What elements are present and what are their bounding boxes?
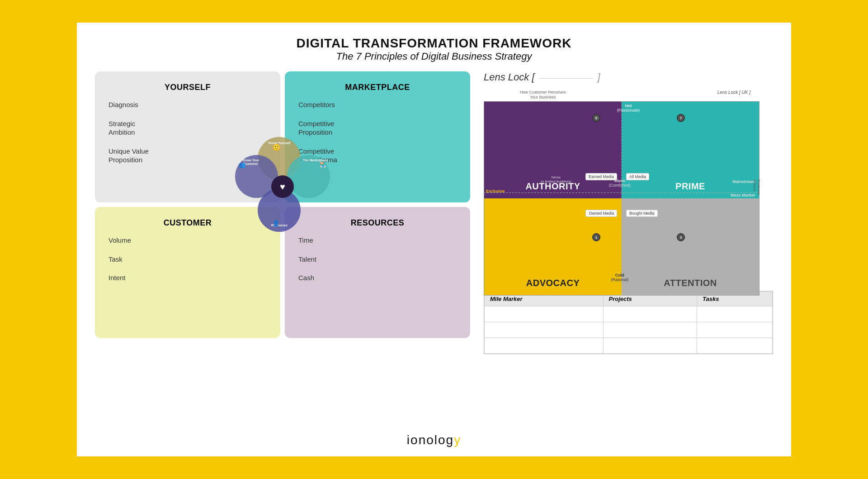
page-subtitle: The 7 Principles of Digital Business Str… xyxy=(95,51,773,62)
customer-item-3: Intent xyxy=(108,273,267,282)
mile-marker-table: Mile Marker Projects Tasks xyxy=(484,291,773,354)
table-row-2 xyxy=(485,322,773,338)
dot-7: 7 xyxy=(677,114,685,122)
dot-1: 1 xyxy=(592,233,600,241)
prime-label: PRIME xyxy=(675,181,705,192)
q-prime: PRIME All Media xyxy=(622,102,759,198)
q-advocacy: ADVOCACY Owned Media xyxy=(484,198,622,295)
marketplace-title: MARKETPLACE xyxy=(298,83,457,92)
table-row-3 xyxy=(485,338,773,354)
table-body xyxy=(485,306,773,354)
marketplace-item-2: CompetitiveProposition xyxy=(298,119,457,137)
marketplace-item-1: Competitors xyxy=(298,100,457,109)
venn-label-resources: Resources xyxy=(266,224,293,227)
mainstream-label: Mainstream xyxy=(732,179,755,184)
right-panel: Lens Lock [ ] How Customer PerceivesYour… xyxy=(484,71,773,428)
customer-item-1: Volume xyxy=(108,236,267,245)
projects-cell-2 xyxy=(603,322,697,338)
q-authority: AUTHORITY Earned Media xyxy=(484,102,622,198)
owned-media-badge: Owned Media xyxy=(585,210,617,217)
content-area: YOURSELF Diagnosis StrategicAmbition Uni… xyxy=(95,71,773,428)
customer-volume-label: CustomerVolume xyxy=(753,179,761,195)
projects-cell-3 xyxy=(603,338,697,354)
dot-5: 5 xyxy=(592,114,600,122)
cold-label: Cold(Rational) xyxy=(611,273,628,282)
venn-icon-yourself: 🙂 xyxy=(273,144,280,151)
mile-cell-3 xyxy=(485,338,604,354)
page-title: DIGITAL TRANSFORMATION FRAMEWORK xyxy=(95,36,773,51)
venn-diagram: Know Yourself The Marketplace Know Your … xyxy=(235,137,330,232)
mile-cell-1 xyxy=(485,306,604,322)
attention-label: ATTENTION xyxy=(664,278,717,288)
warm-label: Warm(Comforted) xyxy=(609,178,631,188)
table: Mile Marker Projects Tasks xyxy=(484,291,773,354)
hot-label: Hot(Passionate) xyxy=(617,103,640,113)
venn-icon-customer: 👥 xyxy=(239,162,245,168)
lens-lock-uk-label: Lens Lock [ UK ] xyxy=(717,90,750,95)
header: DIGITAL TRANSFORMATION FRAMEWORK The 7 P… xyxy=(95,36,773,62)
resources-item-1: Time xyxy=(298,236,457,245)
yourself-item-2: StrategicAmbition xyxy=(108,119,267,137)
how-customer-label: How Customer PerceivesYour Business xyxy=(520,90,566,100)
q-attention: ATTENTION Bought Media xyxy=(622,198,759,295)
venn-icon-resources: 👤 xyxy=(273,220,279,226)
lens-lock-header-area: Lens Lock [ ] xyxy=(484,71,773,83)
mile-cell-2 xyxy=(485,322,604,338)
niche-label: Nicheor limited Audience xyxy=(541,175,571,183)
tasks-cell-3 xyxy=(697,338,773,354)
exclusive-label: Exclusive xyxy=(486,189,505,193)
lens-lock-bracket-close: ] xyxy=(597,71,600,83)
resources-item-3: Cash xyxy=(298,273,457,282)
main-container: DIGITAL TRANSFORMATION FRAMEWORK The 7 P… xyxy=(77,23,791,456)
brand-name: ionology xyxy=(95,433,773,447)
bottom-row: CUSTOMER Volume Task Intent RESOURCES Ti… xyxy=(95,207,470,338)
massmarket-label: Mass Market xyxy=(731,193,755,197)
bought-media-badge: Bought Media xyxy=(626,210,658,217)
left-panel: YOURSELF Diagnosis StrategicAmbition Uni… xyxy=(95,71,470,428)
tasks-cell-2 xyxy=(697,322,773,338)
chart-wrapper: How Customer PerceivesYour Business Lens… xyxy=(484,90,773,284)
yourself-item-1: Diagnosis xyxy=(108,100,267,109)
dot-3: 3 xyxy=(677,233,685,241)
table-row-1 xyxy=(485,306,773,322)
venn-center: ♥ xyxy=(271,175,294,198)
projects-cell-1 xyxy=(603,306,697,322)
venn-icon-marketplace: 🏪 xyxy=(320,162,326,168)
brand-dot: y xyxy=(454,433,461,447)
resources-item-2: Talent xyxy=(298,255,457,264)
customer-item-2: Task xyxy=(108,255,267,264)
advocacy-label: ADVOCACY xyxy=(526,278,580,288)
yourself-title: YOURSELF xyxy=(108,83,267,92)
footer: ionology xyxy=(95,428,773,447)
chart-grid: AUTHORITY Earned Media PRIME All Media A… xyxy=(484,101,760,296)
brand-text: ionolog xyxy=(407,433,454,447)
tasks-cell-1 xyxy=(697,306,773,322)
lens-lock-title: Lens Lock [ xyxy=(484,71,535,83)
